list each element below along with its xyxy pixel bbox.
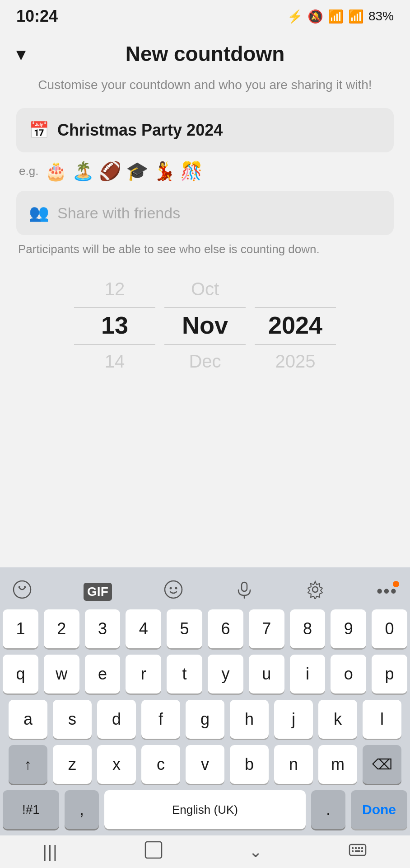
settings-icon[interactable]	[306, 580, 325, 603]
gif-button[interactable]: GIF	[84, 583, 112, 601]
share-friends-icon: 👥	[29, 203, 49, 222]
key-j[interactable]: j	[274, 700, 313, 739]
key-l[interactable]: l	[363, 700, 401, 739]
key-4[interactable]: 4	[126, 609, 161, 648]
emoji-birthday[interactable]: 🎂	[45, 160, 67, 182]
year-picker-column[interactable]: ---- 2024 2025	[250, 271, 340, 379]
emoji-graduation[interactable]: 🎓	[126, 160, 149, 182]
key-x[interactable]: x	[97, 745, 136, 784]
comma-key[interactable]: ,	[65, 790, 99, 829]
keyboard-rows: 1 2 3 4 5 6 7 8 9 0 q w e r t y u i o p …	[0, 609, 410, 829]
bottom-row: !#1 , English (UK) . Done	[3, 790, 407, 829]
volume-icon: 🔕	[308, 9, 323, 24]
key-1[interactable]: 1	[3, 609, 38, 648]
emoji-football[interactable]: 🏈	[99, 160, 121, 182]
svg-point-2	[24, 586, 26, 588]
nav-home-icon[interactable]	[144, 840, 163, 864]
bottom-nav: ||| ⌄	[0, 835, 410, 868]
month-picker-column[interactable]: Oct Nov Dec	[160, 271, 250, 379]
svg-rect-16	[355, 850, 360, 852]
key-a[interactable]: a	[9, 700, 47, 739]
shift-key[interactable]: ↑	[9, 745, 47, 784]
picker-line-bottom-day	[74, 344, 155, 345]
svg-rect-6	[242, 582, 247, 591]
svg-rect-11	[352, 847, 354, 849]
key-d[interactable]: d	[97, 700, 136, 739]
share-input[interactable]: 👥 Share with friends	[16, 191, 394, 235]
done-key[interactable]: Done	[351, 790, 407, 829]
key-p[interactable]: p	[372, 655, 407, 693]
key-g[interactable]: g	[186, 700, 224, 739]
key-9[interactable]: 9	[331, 609, 366, 648]
svg-rect-9	[145, 842, 162, 858]
key-0[interactable]: 0	[372, 609, 407, 648]
month-prev: Oct	[160, 271, 250, 307]
more-icon[interactable]: •••	[377, 582, 397, 601]
header: ▾ New countdown	[16, 42, 394, 66]
nav-keyboard-icon[interactable]	[348, 840, 368, 864]
emoji-dance[interactable]: 💃	[153, 160, 176, 182]
key-v[interactable]: v	[186, 745, 224, 784]
day-prev: 12	[70, 271, 160, 307]
key-c[interactable]: c	[141, 745, 180, 784]
nav-down-icon[interactable]: ⌄	[249, 842, 262, 861]
month-next: Dec	[160, 343, 250, 379]
key-i[interactable]: i	[290, 655, 326, 693]
key-6[interactable]: 6	[208, 609, 243, 648]
year-current: 2024	[250, 307, 340, 343]
status-icons: ⚡ 🔕 📶 📶 83%	[287, 9, 394, 24]
period-key[interactable]: .	[311, 790, 345, 829]
emoji-beach[interactable]: 🏝️	[72, 160, 94, 182]
key-7[interactable]: 7	[249, 609, 284, 648]
qwerty-row: q w e r t y u i o p	[3, 655, 407, 693]
key-h[interactable]: h	[230, 700, 269, 739]
emoji-icon[interactable]	[164, 580, 183, 603]
key-3[interactable]: 3	[85, 609, 121, 648]
picker-line-bottom-month	[164, 344, 246, 345]
wifi-icon: 📶	[328, 9, 344, 24]
key-5[interactable]: 5	[167, 609, 202, 648]
symbol-key[interactable]: !#1	[3, 790, 59, 829]
nav-back-icon[interactable]: |||	[42, 842, 58, 861]
zxcv-row: ↑ z x c v b n m ⌫	[3, 745, 407, 784]
key-n[interactable]: n	[274, 745, 313, 784]
svg-rect-17	[361, 850, 363, 852]
keyboard: GIF •••	[0, 567, 410, 835]
sticker-icon[interactable]	[13, 580, 32, 603]
key-r[interactable]: r	[126, 655, 161, 693]
key-u[interactable]: u	[249, 655, 284, 693]
event-name-input[interactable]: 📅 Christmas Party 2024	[16, 108, 394, 152]
key-k[interactable]: k	[318, 700, 357, 739]
key-f[interactable]: f	[141, 700, 180, 739]
space-key[interactable]: English (UK)	[104, 790, 306, 829]
day-picker-column[interactable]: 12 13 14	[70, 271, 160, 379]
share-placeholder-text: Share with friends	[57, 204, 180, 222]
svg-point-4	[169, 587, 172, 590]
key-t[interactable]: t	[167, 655, 202, 693]
key-e[interactable]: e	[85, 655, 121, 693]
back-button[interactable]: ▾	[16, 43, 26, 65]
key-s[interactable]: s	[53, 700, 92, 739]
backspace-key[interactable]: ⌫	[363, 745, 401, 784]
year-next: 2025	[250, 343, 340, 379]
key-2[interactable]: 2	[44, 609, 79, 648]
key-8[interactable]: 8	[290, 609, 326, 648]
asdf-row: a s d f g h j k l	[3, 700, 407, 739]
battery-text: 83%	[368, 9, 394, 24]
picker-line-top-day	[74, 307, 155, 308]
key-w[interactable]: w	[44, 655, 79, 693]
key-b[interactable]: b	[230, 745, 269, 784]
subtitle-text: Customise your countdown and who you are…	[16, 76, 394, 94]
key-q[interactable]: q	[3, 655, 38, 693]
key-z[interactable]: z	[53, 745, 92, 784]
emoji-party[interactable]: 🎊	[180, 160, 203, 182]
date-picker[interactable]: 12 13 14 Oct Nov Dec ---- 2024 2025	[16, 271, 394, 379]
mic-icon[interactable]	[235, 580, 254, 603]
bluetooth-icon: ⚡	[287, 9, 303, 24]
key-y[interactable]: y	[208, 655, 243, 693]
signal-icon: 📶	[348, 9, 364, 24]
svg-rect-13	[358, 847, 360, 849]
status-time: 10:24	[16, 7, 58, 26]
key-m[interactable]: m	[318, 745, 357, 784]
key-o[interactable]: o	[331, 655, 366, 693]
